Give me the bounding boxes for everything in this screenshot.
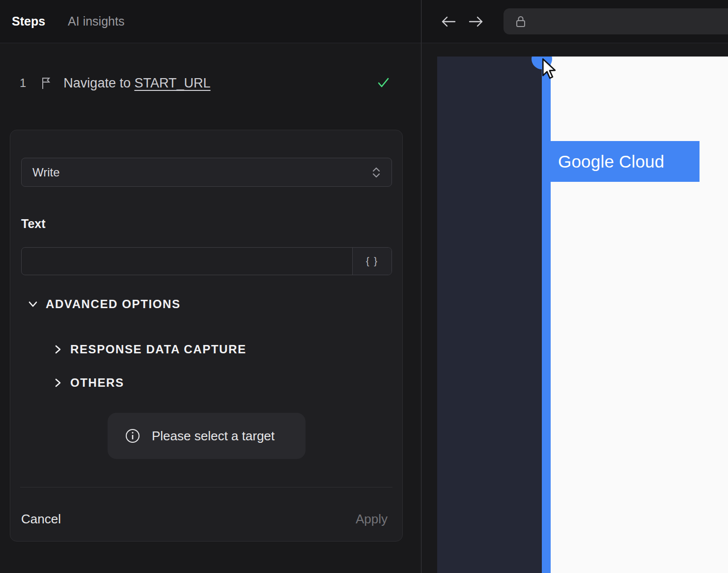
step-number: 1 (20, 76, 26, 90)
highlight-stripe (542, 57, 551, 573)
browser-viewport: Google Cloud (437, 57, 728, 573)
others-label: OTHERS (70, 376, 124, 390)
text-input-group: { } (21, 247, 392, 275)
text-field-label: Text (21, 217, 46, 231)
step-success-check-icon (375, 75, 391, 90)
forward-button[interactable] (467, 13, 485, 30)
page-content-area (551, 57, 728, 573)
google-cloud-label: Google Cloud (558, 152, 664, 172)
address-bar[interactable] (504, 8, 728, 34)
flag-icon (40, 76, 53, 90)
insert-token-button[interactable]: { } (352, 248, 392, 275)
footer-divider (20, 487, 392, 487)
cancel-button[interactable]: Cancel (21, 512, 61, 527)
tab-ai-insights[interactable]: AI insights (68, 14, 124, 29)
start-url-link[interactable]: START_URL (134, 76, 210, 90)
browser-panel: Google Cloud (422, 0, 728, 573)
google-cloud-highlight[interactable]: Google Cloud (549, 141, 700, 182)
left-tab-bar: Steps AI insights (0, 0, 421, 43)
app-window: Steps AI insights 1 Navigate to START_UR… (0, 0, 728, 573)
select-chevrons-icon (371, 166, 382, 179)
lock-icon (514, 14, 527, 29)
step-label-prefix: Navigate to (63, 76, 134, 90)
back-button[interactable] (440, 13, 457, 30)
text-input[interactable] (22, 248, 352, 275)
mouse-cursor (538, 57, 558, 80)
chevron-right-icon (52, 377, 63, 389)
others-toggle[interactable]: OTHERS (52, 376, 124, 390)
tab-steps[interactable]: Steps (12, 14, 45, 29)
select-target-hint: Please select a target (108, 413, 306, 459)
select-target-hint-label: Please select a target (152, 429, 275, 444)
response-data-capture-toggle[interactable]: RESPONSE DATA CAPTURE (52, 343, 247, 356)
info-icon (124, 428, 141, 444)
apply-button[interactable]: Apply (356, 512, 388, 527)
action-type-value: Write (32, 166, 60, 179)
step-label: Navigate to START_URL (63, 76, 210, 91)
advanced-options-toggle[interactable]: ADVANCED OPTIONS (27, 297, 181, 311)
page-dark-sidebar (437, 57, 542, 573)
steps-panel: Steps AI insights 1 Navigate to START_UR… (0, 0, 421, 573)
response-data-capture-label: RESPONSE DATA CAPTURE (70, 343, 247, 356)
advanced-options-label: ADVANCED OPTIONS (46, 297, 181, 311)
chevron-down-icon (27, 298, 39, 310)
step-row[interactable]: 1 Navigate to START_URL (0, 69, 421, 97)
browser-toolbar (422, 0, 728, 43)
editor-footer: Cancel Apply (10, 502, 402, 536)
chevron-right-icon (52, 344, 63, 355)
step-editor-card: Write Text { } ADVA (10, 130, 403, 542)
action-type-select[interactable]: Write (21, 158, 392, 187)
